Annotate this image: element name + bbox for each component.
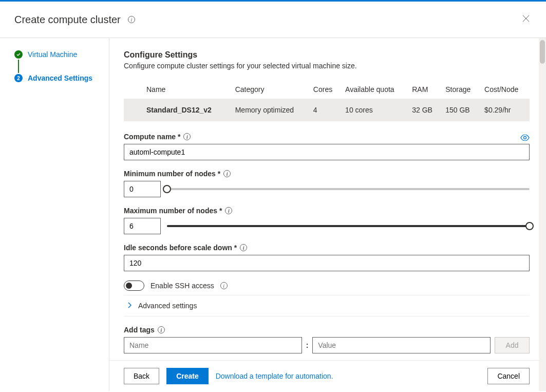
idle-seconds-input[interactable] xyxy=(124,255,530,271)
dialog-header: Create compute cluster i xyxy=(0,2,546,38)
toggle-knob xyxy=(126,283,132,289)
eye-icon[interactable] xyxy=(520,134,530,142)
step-connector xyxy=(18,60,19,73)
cell-name: Standard_DS12_v2 xyxy=(124,99,231,121)
max-nodes-input[interactable] xyxy=(124,218,161,234)
vm-size-table: Name Category Cores Available quota RAM … xyxy=(124,80,530,121)
slider-thumb[interactable] xyxy=(163,185,171,193)
main-content: Configure Settings Configure compute clu… xyxy=(109,38,546,391)
advanced-settings-label: Advanced settings xyxy=(138,302,197,310)
cell-ram: 32 GB xyxy=(408,99,441,121)
info-icon[interactable]: i xyxy=(223,170,231,177)
label-text: Maximum number of nodes * xyxy=(124,207,222,215)
section-title: Configure Settings xyxy=(124,50,530,60)
wizard-steps-sidebar: Virtual Machine 2 Advanced Settings xyxy=(0,38,109,391)
close-button[interactable] xyxy=(520,13,532,26)
download-template-link[interactable]: Download a template for automation. xyxy=(216,372,333,380)
col-ram: RAM xyxy=(408,80,441,99)
add-tag-button[interactable]: Add xyxy=(495,337,530,353)
col-category: Category xyxy=(231,80,309,99)
page-title: Create compute cluster i xyxy=(14,14,135,26)
label-text: Idle seconds before scale down * xyxy=(124,244,237,252)
section-subtitle: Configure compute cluster settings for y… xyxy=(124,62,530,70)
cell-cores: 4 xyxy=(309,99,341,121)
step-label: Advanced Settings xyxy=(28,74,92,82)
checkmark-icon xyxy=(14,50,23,59)
idle-seconds-label: Idle seconds before scale down * i xyxy=(124,244,530,252)
tag-value-input[interactable] xyxy=(312,337,491,353)
colon-separator: : xyxy=(306,341,309,349)
compute-name-label: Compute name * i xyxy=(124,133,191,141)
cancel-button[interactable]: Cancel xyxy=(487,368,530,384)
label-text: Minimum number of nodes * xyxy=(124,170,220,178)
dialog-footer: Back Create Download a template for auto… xyxy=(109,360,546,391)
svg-point-2 xyxy=(524,137,526,139)
table-row: Standard_DS12_v2 Memory optimized 4 10 c… xyxy=(124,99,530,121)
slider-thumb[interactable] xyxy=(525,222,534,230)
cell-quota: 10 cores xyxy=(341,99,408,121)
info-icon[interactable]: i xyxy=(225,207,232,214)
col-storage: Storage xyxy=(441,80,480,99)
cell-category: Memory optimized xyxy=(231,99,309,121)
compute-name-input[interactable] xyxy=(124,144,530,160)
scrollbar-thumb[interactable] xyxy=(540,40,545,64)
info-icon[interactable]: i xyxy=(240,244,247,251)
advanced-settings-expander[interactable]: Advanced settings xyxy=(124,295,530,316)
step-virtual-machine[interactable]: Virtual Machine xyxy=(14,50,99,59)
step-number-badge: 2 xyxy=(14,74,23,82)
step-advanced-settings[interactable]: 2 Advanced Settings xyxy=(14,74,99,82)
add-tags-label: Add tags i xyxy=(124,326,530,334)
table-header-row: Name Category Cores Available quota RAM … xyxy=(124,80,530,99)
close-icon xyxy=(522,15,530,22)
step-label: Virtual Machine xyxy=(28,50,77,59)
tag-name-input[interactable] xyxy=(124,337,302,353)
ssh-toggle[interactable] xyxy=(124,281,144,291)
create-button[interactable]: Create xyxy=(166,368,209,384)
cell-storage: 150 GB xyxy=(441,99,480,121)
col-cost: Cost/Node xyxy=(480,80,530,99)
max-nodes-label: Maximum number of nodes * i xyxy=(124,207,530,215)
label-text: Add tags xyxy=(124,326,155,334)
label-text: Compute name * xyxy=(124,133,180,141)
ssh-toggle-label: Enable SSH access xyxy=(150,282,214,290)
max-nodes-slider[interactable] xyxy=(167,225,530,227)
chevron-right-icon xyxy=(128,302,132,310)
min-nodes-input[interactable] xyxy=(124,181,161,197)
back-button[interactable]: Back xyxy=(124,368,159,384)
info-icon[interactable]: i xyxy=(158,326,165,333)
scrollbar[interactable] xyxy=(539,38,546,391)
min-nodes-label: Minimum number of nodes * i xyxy=(124,170,530,178)
info-icon[interactable]: i xyxy=(183,133,191,140)
col-quota: Available quota xyxy=(341,80,408,99)
col-cores: Cores xyxy=(309,80,341,99)
page-title-text: Create compute cluster xyxy=(14,14,121,26)
info-icon[interactable]: i xyxy=(220,282,228,289)
info-icon[interactable]: i xyxy=(128,16,135,23)
min-nodes-slider[interactable] xyxy=(167,188,530,190)
cell-cost: $0.29/hr xyxy=(480,99,530,121)
col-name: Name xyxy=(124,80,231,99)
slider-fill xyxy=(167,225,530,227)
